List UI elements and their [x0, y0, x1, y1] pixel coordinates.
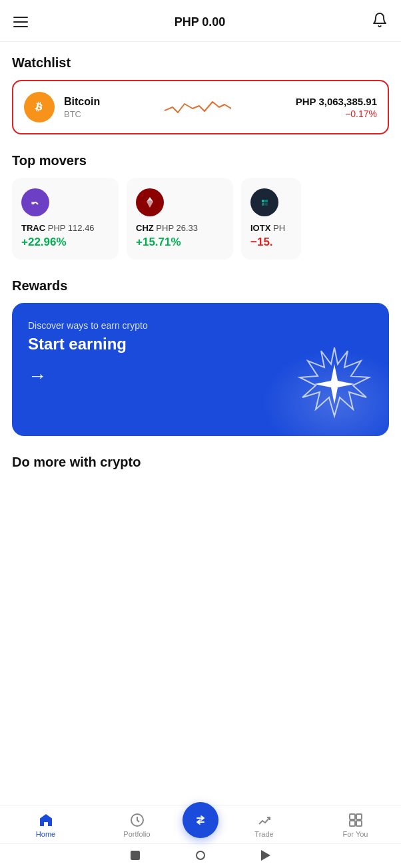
bitcoin-price: PHP 3,063,385.91: [296, 96, 377, 107]
svg-rect-10: [265, 203, 268, 206]
nav-label-for-you: For You: [343, 830, 368, 838]
chz-label: CHZ PHP 26.33: [136, 223, 224, 233]
iotx-label: IOTX PH: [250, 223, 292, 233]
coin-name: Bitcoin: [64, 96, 100, 108]
top-movers-title: Top movers: [12, 153, 389, 168]
main-content: Watchlist Bitcoin BTC PHP 3,063,385.91 −…: [0, 42, 401, 576]
bell-icon[interactable]: [372, 12, 388, 32]
android-back-icon: [261, 850, 270, 861]
svg-rect-9: [262, 203, 264, 206]
android-home-btn[interactable]: [195, 849, 206, 861]
watchlist-title: Watchlist: [12, 55, 389, 71]
android-circle-icon: [196, 851, 205, 860]
watchlist-section: Watchlist Bitcoin BTC PHP 3,063,385.91 −…: [12, 55, 389, 134]
bitcoin-info: Bitcoin BTC: [64, 96, 100, 119]
android-nav-bar: [0, 843, 401, 868]
bottom-nav: Home Portfolio Trade: [0, 805, 401, 843]
trac-label: TRAC PHP 112.46: [21, 223, 109, 233]
mover-card-chz[interactable]: CHZ PHP 26.33 +15.71%: [127, 178, 233, 260]
mover-card-iotx[interactable]: IOTX PH −15.: [241, 178, 301, 260]
svg-rect-7: [262, 200, 264, 202]
bitcoin-logo: [24, 92, 55, 122]
movers-list: TRAC PHP 112.46 +22.96% CHZ PHP 26.33 +1…: [12, 178, 389, 260]
bitcoin-chart: [109, 94, 286, 120]
svg-point-2: [31, 202, 34, 204]
chz-change: +15.71%: [136, 236, 224, 249]
rewards-section: Rewards Discover ways to earn crypto Sta…: [12, 278, 389, 436]
nav-item-trade[interactable]: Trade: [218, 812, 310, 838]
nav-label-home: Home: [36, 830, 55, 838]
coin-symbol: BTC: [64, 109, 100, 119]
rewards-subtitle: Discover ways to earn crypto: [28, 320, 373, 331]
nav-item-home[interactable]: Home: [0, 812, 91, 838]
svg-rect-15: [350, 821, 355, 826]
nav-item-for-you[interactable]: For You: [310, 812, 401, 838]
svg-rect-14: [356, 821, 362, 826]
svg-rect-13: [356, 814, 362, 819]
bitcoin-change: −0.17%: [296, 108, 377, 119]
rewards-title: Rewards: [12, 278, 389, 294]
chz-logo: [136, 188, 164, 216]
do-more-section: Do more with crypto: [12, 455, 389, 470]
iotx-change: −15.: [250, 236, 292, 249]
header: PHP 0.00: [0, 0, 401, 42]
android-square-icon: [131, 851, 140, 860]
nav-item-portfolio[interactable]: Portfolio: [91, 812, 183, 838]
nav-label-trade: Trade: [254, 830, 273, 838]
rewards-card[interactable]: Discover ways to earn crypto Start earni…: [12, 303, 389, 436]
rewards-badge: [294, 344, 374, 424]
trac-logo: [21, 188, 49, 216]
bitcoin-price-area: PHP 3,063,385.91 −0.17%: [296, 96, 377, 119]
svg-rect-12: [350, 814, 355, 819]
android-square-btn[interactable]: [129, 849, 141, 861]
android-back-btn[interactable]: [260, 849, 272, 861]
iotx-logo: [250, 188, 278, 216]
svg-rect-8: [265, 200, 268, 202]
watchlist-card[interactable]: Bitcoin BTC PHP 3,063,385.91 −0.17%: [12, 80, 389, 134]
nav-label-portfolio: Portfolio: [123, 830, 150, 838]
do-more-title: Do more with crypto: [12, 455, 389, 470]
menu-icon[interactable]: [13, 17, 28, 27]
balance-display: PHP 0.00: [175, 15, 226, 29]
bottom-area: Home Portfolio Trade: [0, 805, 401, 868]
mover-card-trac[interactable]: TRAC PHP 112.46 +22.96%: [12, 178, 119, 260]
nav-swap-button[interactable]: [183, 802, 218, 838]
svg-point-6: [256, 194, 273, 211]
top-movers-section: Top movers TRAC PHP 112.46 +22.96%: [12, 153, 389, 260]
trac-change: +22.96%: [21, 236, 109, 249]
